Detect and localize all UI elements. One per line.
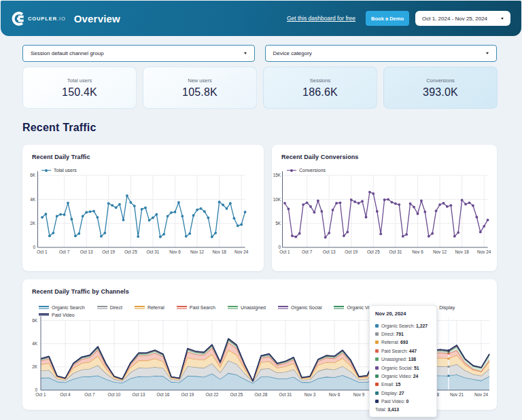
tooltip-row-text: Organic Video: 24: [381, 374, 418, 379]
get-dashboard-link[interactable]: Get this dashboard for free: [287, 15, 355, 22]
device-category-select-label: Device category: [273, 50, 487, 56]
series-swatch-icon: [375, 332, 379, 336]
area-series-icon: [278, 306, 288, 309]
channel-group-select-label: Session default channel group: [31, 50, 244, 56]
line-series-icon: [287, 169, 296, 173]
chevron-down-icon: [501, 18, 504, 20]
tooltip-row: Organic Social: 51: [375, 364, 431, 372]
kpi-card-total-users: Total users 150.4K: [22, 67, 137, 109]
series-swatch-icon: [375, 340, 379, 344]
page-title: Overview: [74, 13, 120, 24]
tooltip-row: Direct: 791: [375, 330, 431, 338]
device-category-select[interactable]: Device category: [265, 45, 498, 62]
legend-item[interactable]: Organic Social: [278, 305, 322, 310]
kpi-value: 105.8K: [182, 86, 218, 99]
chevron-down-icon: [486, 52, 489, 54]
kpi-label: New users: [188, 77, 211, 84]
svg-text:Oct 1: Oct 1: [279, 249, 290, 254]
series-swatch-icon: [375, 366, 379, 370]
kpi-row: Total users 150.4K New users 105.8K Sess…: [22, 67, 498, 109]
chart-tooltip: Nov 20, 2024 Organic Search: 1,227Direct…: [369, 305, 437, 417]
daily-conversions-chart[interactable]: 05K10K15KOct 1Oct 7Oct 13Oct 19Oct 25Oct…: [272, 145, 497, 271]
svg-text:Nov 18: Nov 18: [213, 249, 227, 254]
svg-text:Oct 13: Oct 13: [80, 249, 93, 254]
svg-text:Oct 13: Oct 13: [133, 392, 145, 397]
tooltip-total: Total: 3,413: [375, 407, 431, 415]
tooltip-row: Email: 15: [375, 381, 431, 389]
svg-text:Oct 19: Oct 19: [102, 249, 115, 254]
tooltip-row: Display: 27: [375, 389, 431, 397]
channel-group-select[interactable]: Session default channel group: [22, 45, 255, 62]
svg-text:Oct 31: Oct 31: [389, 249, 402, 254]
recent-daily-traffic-card: 02K4K6KOct 1Oct 7Oct 13Oct 19Oct 25Oct 3…: [22, 145, 264, 271]
tooltip-row-text: Organic Social: 51: [381, 366, 419, 370]
filters-row: Session default channel group Device cat…: [22, 45, 497, 62]
svg-text:Nov 24: Nov 24: [474, 392, 489, 397]
legend-label: Total users: [54, 168, 77, 173]
line-series-icon: [41, 169, 51, 173]
svg-text:Nov 3: Nov 3: [304, 392, 316, 397]
tooltip-row-text: Paid Video: 0: [381, 399, 408, 404]
svg-text:10K: 10K: [273, 197, 281, 202]
tooltip-row: Referral: 693: [375, 338, 431, 347]
daily-traffic-chart[interactable]: 02K4K6KOct 1Oct 7Oct 13Oct 19Oct 25Oct 3…: [22, 145, 264, 271]
date-range-picker[interactable]: Oct 1, 2024 - Nov 25, 2024: [415, 11, 510, 26]
chart-title: Recent Daily Traffic by Channels: [32, 288, 129, 295]
svg-text:0: 0: [33, 245, 35, 249]
chart-title: Recent Daily Conversions: [281, 154, 358, 160]
chart-legend: Total users: [41, 168, 77, 173]
svg-text:Nov 6: Nov 6: [329, 392, 341, 397]
kpi-card-conversions: Conversions 393.0K: [383, 67, 498, 109]
header-bar: COUPLER.IO Overview Get this dashboard f…: [1, 1, 521, 36]
svg-text:Nov 12: Nov 12: [433, 249, 447, 254]
svg-text:Oct 22: Oct 22: [206, 392, 219, 397]
svg-text:Nov 9: Nov 9: [353, 392, 365, 397]
kpi-value: 393.0K: [423, 86, 458, 99]
brand-text: COUPLER.IO: [28, 16, 66, 22]
series-swatch-icon: [375, 324, 379, 328]
date-range-label: Oct 1, 2024 - Nov 25, 2024: [422, 16, 501, 22]
series-swatch-icon: [375, 391, 379, 395]
series-swatch-icon: [375, 357, 379, 361]
legend-item[interactable]: Unassigned: [228, 305, 266, 310]
section-title: Recent Traffic: [22, 122, 97, 134]
svg-text:Nov 6: Nov 6: [412, 249, 423, 254]
svg-text:2K: 2K: [30, 221, 36, 226]
tooltip-date: Nov 20, 2024: [375, 311, 431, 317]
svg-text:Nov 24: Nov 24: [477, 249, 491, 254]
tooltip-row-text: Email: 15: [381, 382, 400, 387]
area-series-icon: [39, 306, 49, 309]
svg-text:Nov 24: Nov 24: [234, 249, 249, 254]
legend-item[interactable]: Organic Search: [39, 305, 85, 310]
svg-text:Oct 25: Oct 25: [124, 249, 137, 254]
legend-item[interactable]: Paid Video: [39, 313, 75, 317]
svg-text:4K: 4K: [32, 341, 38, 346]
area-series-icon: [135, 306, 145, 309]
svg-text:Oct 25: Oct 25: [367, 249, 380, 254]
series-swatch-icon: [375, 349, 379, 353]
coupler-logo-icon: [10, 12, 24, 26]
legend-item[interactable]: Paid Search: [177, 305, 215, 310]
tooltip-row: Paid Video: 0: [375, 398, 431, 406]
svg-text:Oct 10: Oct 10: [108, 392, 121, 397]
series-swatch-icon: [375, 383, 379, 386]
svg-text:15K: 15K: [273, 173, 281, 177]
tooltip-row-text: Referral: 693: [381, 340, 408, 345]
svg-text:Oct 28: Oct 28: [255, 392, 268, 397]
tooltip-row: Paid Search: 447: [375, 347, 431, 355]
legend-item[interactable]: Direct: [97, 305, 122, 310]
kpi-label: Sessions: [310, 77, 330, 84]
svg-text:4K: 4K: [30, 197, 36, 202]
svg-text:6K: 6K: [30, 173, 36, 177]
legend-item[interactable]: Referral: [135, 305, 164, 310]
book-demo-button[interactable]: Book a Demo: [366, 11, 409, 26]
tooltip-row: Organic Video: 24: [375, 372, 431, 380]
svg-text:Oct 7: Oct 7: [84, 392, 95, 397]
svg-text:Oct 25: Oct 25: [230, 392, 243, 397]
svg-text:6K: 6K: [32, 318, 38, 323]
svg-text:Oct 1: Oct 1: [37, 249, 48, 254]
kpi-value: 150.4K: [62, 86, 97, 99]
svg-text:Oct 19: Oct 19: [181, 392, 194, 397]
area-series-icon: [228, 306, 238, 309]
tooltip-row-text: Direct: 791: [381, 332, 404, 336]
